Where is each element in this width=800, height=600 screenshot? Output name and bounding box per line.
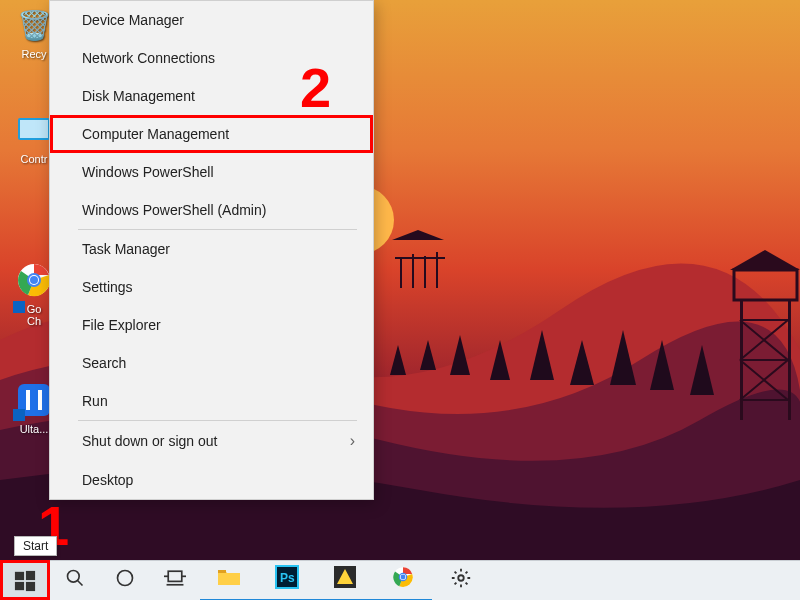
menu-item-label: Device Manager [82,12,184,28]
svg-point-36 [458,575,464,581]
control-panel-icon [14,110,54,150]
menu-item-label: Search [82,355,126,371]
taskbar-file-explorer[interactable] [200,561,258,601]
menu-item-label: Computer Management [82,126,229,142]
menu-item-settings[interactable]: Settings [50,268,373,306]
svg-rect-5 [740,300,743,420]
menu-item-label: Windows PowerShell [82,164,214,180]
svg-rect-7 [734,270,797,300]
desktop: 🗑️ Recy Contr Go Ch Ulta... Device Manag… [0,0,800,600]
taskbar-chrome[interactable] [374,561,432,601]
menu-item-label: Network Connections [82,50,215,66]
menu-item-label: Desktop [82,472,133,488]
taskbar: Ps [0,560,800,600]
start-button[interactable] [0,561,50,601]
svg-rect-24 [168,571,182,581]
menu-item-computer-management[interactable]: Computer Management [50,115,373,153]
svg-point-23 [118,571,133,586]
start-tooltip: Start [14,536,57,556]
svg-rect-20 [26,581,35,590]
cortana-icon [115,568,135,593]
chrome-icon [392,566,414,593]
search-icon [65,568,85,593]
annotation-callout-2: 2 [300,55,331,120]
menu-item-desktop[interactable]: Desktop [50,461,373,499]
svg-line-22 [78,581,83,586]
svg-rect-15 [26,390,30,410]
svg-rect-9 [20,120,48,138]
menu-item-file-explorer[interactable]: File Explorer [50,306,373,344]
shortcut-arrow-icon [13,301,25,313]
taskbar-search-button[interactable] [50,561,100,601]
svg-rect-4 [436,252,438,288]
svg-point-35 [401,575,406,580]
menu-item-label: Disk Management [82,88,195,104]
menu-item-label: Windows PowerShell (Admin) [82,202,266,218]
menu-item-run[interactable]: Run [50,382,373,420]
menu-item-powershell[interactable]: Windows PowerShell [50,153,373,191]
menu-item-device-manager[interactable]: Device Manager [50,1,373,39]
taskbar-taskview-button[interactable] [150,561,200,601]
notes-icon [334,566,356,593]
file-explorer-icon [217,567,241,592]
menu-item-label: File Explorer [82,317,161,333]
menu-item-task-manager[interactable]: Task Manager [50,230,373,268]
recycle-bin-icon: 🗑️ [14,5,54,45]
taskview-icon [164,569,186,592]
menu-item-label: Settings [82,279,133,295]
svg-rect-6 [788,300,791,420]
svg-rect-19 [15,581,24,589]
taskbar-cortana-button[interactable] [100,561,150,601]
svg-rect-2 [412,254,414,288]
svg-rect-18 [26,570,35,579]
chrome-icon [14,260,54,300]
svg-point-21 [68,571,80,583]
taskbar-settings[interactable] [432,561,490,601]
gear-icon [450,567,472,594]
menu-item-label: Run [82,393,108,409]
menu-item-label: Shut down or sign out [82,433,217,449]
menu-item-powershell-admin[interactable]: Windows PowerShell (Admin) [50,191,373,229]
menu-item-shutdown[interactable]: Shut down or sign out › [50,421,373,461]
photoshop-icon: Ps [275,565,299,594]
windows-logo-icon [14,570,36,592]
svg-point-13 [30,276,38,284]
chevron-right-icon: › [350,432,355,450]
taskbar-sticky-notes[interactable] [316,561,374,601]
svg-rect-17 [15,571,24,579]
menu-item-label: Task Manager [82,241,170,257]
svg-rect-1 [400,258,402,288]
svg-rect-3 [424,256,426,288]
shortcut-arrow-icon [13,409,25,421]
svg-rect-16 [38,390,42,410]
svg-rect-28 [218,570,226,573]
taskbar-photoshop[interactable]: Ps [258,561,316,601]
menu-item-search[interactable]: Search [50,344,373,382]
svg-text:Ps: Ps [280,571,295,585]
